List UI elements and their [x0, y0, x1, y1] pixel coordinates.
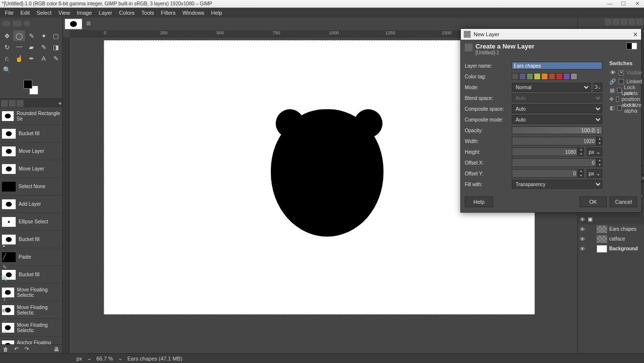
- strip-shape-icon[interactable]: ◐: [1, 307, 8, 314]
- undo-history-tab-icon[interactable]: [1, 100, 8, 107]
- switch-checkbox[interactable]: [617, 88, 621, 93]
- history-item[interactable]: Move Floating Selectic: [0, 301, 62, 319]
- zoom-tool-icon[interactable]: 🔍: [1, 64, 13, 75]
- strip-path-icon[interactable]: ⟋: [1, 317, 8, 324]
- history-item[interactable]: Select None: [0, 178, 62, 195]
- document-tab[interactable]: [65, 19, 82, 29]
- dialog-close-icon[interactable]: ✕: [633, 31, 638, 38]
- switch-checkbox[interactable]: ✕: [619, 70, 624, 75]
- mode-select[interactable]: Normal: [512, 83, 591, 92]
- menu-colors[interactable]: Colors: [116, 9, 138, 17]
- clone-tool-icon[interactable]: ⎌: [1, 53, 13, 64]
- chevron-down-icon[interactable]: ⌄: [87, 355, 92, 362]
- move-tool-icon[interactable]: ✥: [1, 30, 13, 41]
- color-tag-picker[interactable]: [512, 73, 577, 80]
- status-zoom[interactable]: 66.7 %: [96, 356, 113, 362]
- free-select-icon[interactable]: ✎: [25, 30, 37, 41]
- close-button[interactable]: ✕: [632, 0, 642, 7]
- foreground-swatch[interactable]: [24, 80, 32, 89]
- offset-unit-select[interactable]: px⌄: [587, 169, 602, 178]
- visibility-toggle-icon[interactable]: 👁: [579, 226, 586, 232]
- ok-button[interactable]: OK: [579, 196, 607, 207]
- color-tag-swatch[interactable]: [556, 73, 563, 80]
- layer-row[interactable]: 👁Ears chapes: [578, 224, 644, 234]
- menu-edit[interactable]: Edit: [18, 9, 33, 17]
- opacity-slider[interactable]: 100.0 ▴▾: [512, 126, 602, 134]
- path-tool-icon[interactable]: ✒: [25, 53, 37, 64]
- color-tag-swatch[interactable]: [563, 73, 570, 80]
- help-button[interactable]: Help: [465, 196, 493, 207]
- menu-view[interactable]: View: [55, 9, 73, 17]
- history-item[interactable]: Move Floating Selectic: [0, 319, 62, 337]
- tool-options-tab-icon[interactable]: [9, 100, 16, 107]
- undo-history-list[interactable]: Rounded Rectangle SeBucket fillMove Laye…: [0, 107, 62, 344]
- color-tag-swatch[interactable]: [526, 73, 533, 80]
- blend-space-select[interactable]: Auto: [512, 94, 602, 102]
- layer-row[interactable]: 👁catface: [578, 234, 644, 244]
- color-tag-swatch[interactable]: [541, 73, 548, 80]
- dock-tab-icon[interactable]: [620, 19, 627, 25]
- menu-filters[interactable]: Filters: [158, 9, 179, 17]
- fuzzy-select-icon[interactable]: ✦: [38, 30, 49, 41]
- composite-space-select[interactable]: Auto: [512, 104, 602, 113]
- history-redo-icon[interactable]: ↷: [24, 346, 29, 352]
- layer-group-row[interactable]: 👁 ▣: [578, 215, 644, 224]
- color-tag-swatch[interactable]: [519, 73, 526, 80]
- menu-layer[interactable]: Layer: [96, 9, 116, 17]
- bucket-fill-icon[interactable]: ▰: [25, 42, 37, 52]
- composite-mode-select[interactable]: Auto: [512, 115, 602, 124]
- history-item[interactable]: Bucket fill: [0, 266, 62, 284]
- layer-name-input[interactable]: [512, 62, 602, 70]
- visibility-toggle-icon[interactable]: 👁: [579, 217, 586, 222]
- history-item[interactable]: Move Floating Selectic: [0, 284, 62, 301]
- strip-text-icon[interactable]: T: [1, 296, 8, 303]
- history-undo-icon[interactable]: ↶: [14, 346, 19, 352]
- history-item[interactable]: Move Layer: [0, 143, 62, 160]
- strip-circle-icon[interactable]: ○: [1, 285, 8, 292]
- text-tool-icon[interactable]: A: [38, 53, 49, 64]
- strip-misc-icon[interactable]: ○: [1, 328, 8, 335]
- color-tag-swatch[interactable]: [571, 73, 577, 80]
- eraser-tool-icon[interactable]: ◨: [50, 42, 62, 52]
- strip-line-icon[interactable]: ╱: [1, 253, 8, 260]
- history-item[interactable]: Rounded Rectangle Se: [0, 107, 62, 125]
- switch-checkbox[interactable]: [617, 105, 621, 111]
- menu-file[interactable]: File: [2, 9, 17, 17]
- dock-tab-icon[interactable]: [628, 19, 635, 25]
- color-tag-swatch[interactable]: [549, 73, 555, 80]
- chevron-down-icon[interactable]: ⌄: [118, 355, 122, 362]
- dock-tab-icon[interactable]: [613, 19, 620, 25]
- history-item[interactable]: Paste: [0, 248, 62, 266]
- history-save-icon[interactable]: 🖶: [54, 346, 59, 352]
- history-item[interactable]: Move Layer: [0, 160, 62, 178]
- visibility-toggle-icon[interactable]: 👁: [579, 246, 586, 252]
- smudge-tool-icon[interactable]: ☝: [13, 53, 25, 64]
- crop-tool-icon[interactable]: ▢: [50, 30, 62, 41]
- fill-with-select[interactable]: Transparency: [512, 180, 602, 189]
- switch-checkbox[interactable]: [619, 79, 624, 84]
- switch-checkbox[interactable]: [616, 97, 619, 102]
- menu-tools[interactable]: Tools: [139, 9, 157, 17]
- status-unit[interactable]: px: [76, 356, 82, 362]
- offset-y-input[interactable]: [512, 169, 578, 178]
- layer-row[interactable]: 👁Background: [578, 244, 644, 254]
- panel-menu-icon[interactable]: ◂: [58, 100, 61, 106]
- mode-reset-icon[interactable]: Ɔ⌄: [594, 83, 602, 92]
- strip-arrow-icon[interactable]: ▸: [1, 242, 8, 249]
- history-item[interactable]: Add Layer: [0, 195, 62, 213]
- history-item[interactable]: Ellipse Select: [0, 213, 62, 231]
- size-unit-select[interactable]: px⌄: [587, 147, 602, 156]
- height-input[interactable]: [512, 147, 578, 156]
- pencil-tool-icon[interactable]: ✎: [38, 42, 49, 52]
- strip-brush-icon[interactable]: ✎: [1, 264, 8, 270]
- history-item[interactable]: Bucket fill: [0, 231, 62, 248]
- menu-windows[interactable]: Windows: [179, 9, 207, 17]
- brushes-tab-icon[interactable]: [17, 100, 24, 107]
- ellipse-select-icon[interactable]: ◯: [13, 30, 25, 41]
- menu-help[interactable]: Help: [208, 9, 225, 17]
- history-item[interactable]: Anchor Floating Select: [0, 337, 62, 344]
- history-clear-icon[interactable]: 🗑: [3, 346, 8, 352]
- history-item[interactable]: Bucket fill: [0, 125, 62, 143]
- color-tag-swatch[interactable]: [512, 73, 519, 80]
- document-close-icon[interactable]: ⊠: [84, 20, 92, 28]
